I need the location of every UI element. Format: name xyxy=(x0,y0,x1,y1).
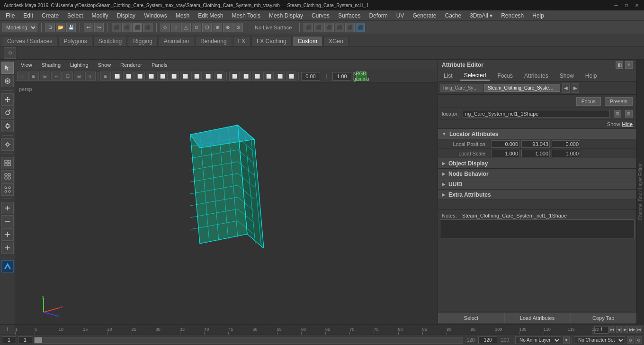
shading2-btn[interactable]: ⬜ xyxy=(123,72,134,81)
menu-item-select[interactable]: Select xyxy=(63,11,87,20)
attr-tab-selected[interactable]: Selected xyxy=(460,71,490,81)
node-tab-2[interactable]: Steam_Clothing_Care_System_ncl1_1Shape xyxy=(484,84,560,92)
go-to-start-btn[interactable]: ⏮ xyxy=(609,327,615,333)
sync-btn[interactable]: ↔ xyxy=(51,72,62,81)
move-tool-btn[interactable] xyxy=(1,93,14,106)
viewport-menu-item-renderer[interactable]: Renderer xyxy=(116,61,146,69)
focus-btn[interactable]: Focus xyxy=(576,97,601,106)
select-object-btn[interactable]: ⬛ xyxy=(133,23,142,32)
transform7-btn[interactable]: ⊗ xyxy=(223,23,233,32)
no-character-set-select[interactable]: No Character Set xyxy=(574,336,625,344)
menu-item-mesh-display[interactable]: Mesh Display xyxy=(265,11,307,20)
copy-tab-btn[interactable]: Copy Tab xyxy=(570,313,636,323)
far-clip-input[interactable] xyxy=(332,72,351,81)
render6-btn[interactable]: ⬜ xyxy=(286,72,296,81)
viewport-menu-item-show[interactable]: Show xyxy=(94,61,115,69)
frame-selected-btn[interactable]: ⊟ xyxy=(40,72,50,81)
transform4-btn[interactable]: □ xyxy=(192,23,201,32)
render4-btn[interactable]: ⬜ xyxy=(263,72,274,81)
local-scale-x-input[interactable] xyxy=(491,150,519,157)
shading10-btn[interactable]: ⬜ xyxy=(214,72,224,81)
redo-btn[interactable]: ↪ xyxy=(94,23,104,32)
node-behavior-section[interactable]: ▶ Node Behavior xyxy=(438,169,636,179)
menu-item-create[interactable]: Create xyxy=(38,11,63,20)
anim-layer-down-btn[interactable]: ▼ xyxy=(563,336,570,344)
maya-logo-btn[interactable] xyxy=(1,260,14,272)
shading8-btn[interactable]: ⬜ xyxy=(191,72,202,81)
mode-selector[interactable]: Modeling xyxy=(2,23,37,32)
attr-tab-list[interactable]: List xyxy=(440,72,456,80)
menu-item-mesh-tools[interactable]: Mesh Tools xyxy=(228,11,264,20)
extra-attributes-section[interactable]: ▶ Extra Attributes xyxy=(438,190,636,200)
shelf-tab-custom[interactable]: Custom xyxy=(293,36,322,46)
add-btn[interactable] xyxy=(1,202,14,214)
menu-item-edit-mesh[interactable]: Edit Mesh xyxy=(194,11,227,20)
display4-btn[interactable]: ⬛ xyxy=(335,23,344,32)
shelf-tab-fx[interactable]: FX xyxy=(233,36,250,46)
object-display-section[interactable]: ▶ Object Display xyxy=(438,158,636,169)
menu-item-3dtoall-[interactable]: 3DtoAll ▾ xyxy=(466,11,496,20)
viewport-canvas[interactable]: persp x y z xyxy=(15,82,438,324)
transform8-btn[interactable]: ⊙ xyxy=(233,23,243,32)
presets-btn[interactable]: Presets xyxy=(605,97,633,106)
transform5-btn[interactable]: ⬡ xyxy=(202,23,212,32)
display5-btn[interactable]: ⬛ xyxy=(345,23,355,32)
notes-textarea[interactable] xyxy=(440,219,635,238)
char-set-icon2-btn[interactable]: ⚙ xyxy=(635,336,642,344)
gamma-btn[interactable]: sRGB gamma xyxy=(356,72,367,81)
menu-item-help[interactable]: Help xyxy=(528,11,548,20)
soft-select-btn[interactable] xyxy=(1,157,14,169)
range-end-input[interactable] xyxy=(478,336,497,344)
shading9-btn[interactable]: ⬜ xyxy=(203,72,213,81)
range-start-input[interactable] xyxy=(2,336,16,344)
display3-btn[interactable]: ⬛ xyxy=(324,23,334,32)
shelf-tab-animation[interactable]: Animation xyxy=(159,36,194,46)
viewport-menu-item-shading[interactable]: Shading xyxy=(38,61,64,69)
attr-close-btn[interactable]: ✕ xyxy=(625,61,633,69)
menu-item-modify[interactable]: Modify xyxy=(88,11,112,20)
attr-tab-attributes[interactable]: Attributes xyxy=(520,72,552,80)
go-to-end-btn[interactable]: ⏭ xyxy=(636,327,642,333)
menu-item-cache[interactable]: Cache xyxy=(441,11,465,20)
locator-attributes-section-header[interactable]: ▼ Locator Attributes xyxy=(438,129,636,139)
timeline-canvas[interactable]: 1510152025303540455055606570758085909510… xyxy=(15,325,592,335)
open-file-btn[interactable]: 📂 xyxy=(56,23,65,32)
attr-tab-focus[interactable]: Focus xyxy=(493,72,517,80)
shelf-tab-polygons[interactable]: Polygons xyxy=(58,36,92,46)
shading5-btn[interactable]: ⬜ xyxy=(157,72,168,81)
maximize-button[interactable]: □ xyxy=(623,2,630,9)
hide-label[interactable]: Hide xyxy=(622,121,633,127)
display2-btn[interactable]: ⬛ xyxy=(314,23,323,32)
menu-item-generate[interactable]: Generate xyxy=(409,11,440,20)
close-button[interactable]: ✕ xyxy=(634,2,640,9)
node-prev-btn[interactable]: ◀ xyxy=(562,83,570,93)
viewport-menu-item-view[interactable]: View xyxy=(17,61,36,69)
menu-item-deform[interactable]: Deform xyxy=(365,11,391,20)
shelf-tab-xgen[interactable]: XGen xyxy=(323,36,349,46)
menu-item-edit[interactable]: Edit xyxy=(19,11,37,20)
menu-item-display[interactable]: Display xyxy=(113,11,139,20)
shading6-btn[interactable]: ⬜ xyxy=(169,72,179,81)
transform1-btn[interactable]: ◇ xyxy=(161,23,170,32)
locator-icon-btn-1[interactable]: ⊞ xyxy=(614,110,621,118)
shelf-tab-sculpting[interactable]: Sculpting xyxy=(93,36,127,46)
render5-btn[interactable]: ⬜ xyxy=(275,72,285,81)
menu-item-rendesh[interactable]: Rendesh xyxy=(497,11,528,20)
range-frame-input[interactable] xyxy=(18,336,32,344)
select-tool-btn[interactable] xyxy=(1,62,14,74)
char-set-icon1-btn[interactable]: ⚙ xyxy=(627,336,634,344)
menu-item-surfaces[interactable]: Surfaces xyxy=(334,11,364,20)
attr-tab-show[interactable]: Show xyxy=(556,72,578,80)
local-pos-x-input[interactable] xyxy=(491,140,519,148)
new-file-btn[interactable]: 🗋 xyxy=(45,23,55,32)
attr-tab-help[interactable]: Help xyxy=(581,72,601,80)
show-manipulator-btn[interactable] xyxy=(1,138,14,151)
local-pos-z-input[interactable] xyxy=(552,140,580,148)
shelf-tab-rigging[interactable]: Rigging xyxy=(128,36,158,46)
no-anim-layer-select[interactable]: No Anim Layer xyxy=(515,336,561,344)
wireframe-btn[interactable]: ◫ xyxy=(85,72,96,81)
select-by-component-btn[interactable]: ⬛ xyxy=(122,23,132,32)
locator-icon-btn-2[interactable]: ⊠ xyxy=(625,110,633,118)
render2-btn[interactable]: ⬜ xyxy=(241,72,251,81)
frame-all-btn[interactable]: ⊞ xyxy=(28,72,39,81)
